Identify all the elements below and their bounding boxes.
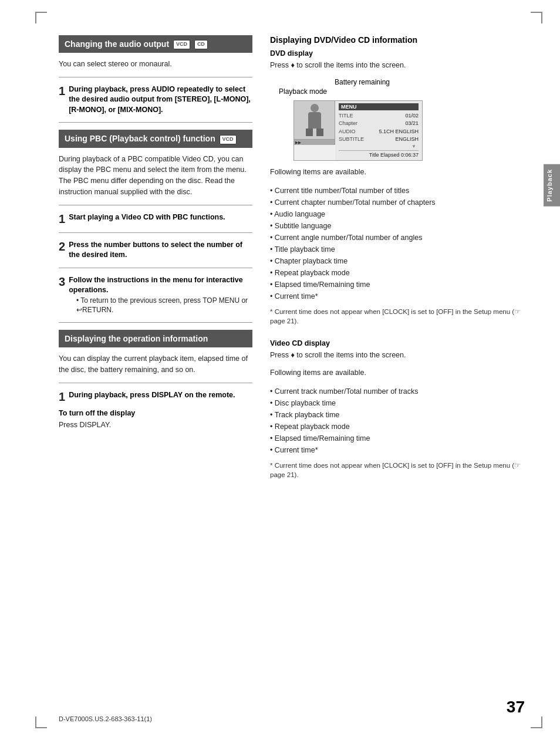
pbc-step3-number: 3 <box>59 275 65 288</box>
audio-step1-number: 1 <box>59 85 65 97</box>
vcd-badge-audio: VCD <box>173 40 190 49</box>
pbc-step3: 3 Follow the instructions in the menu fo… <box>59 275 252 316</box>
dvd-list-item: Current title number/Total number of tit… <box>270 185 531 197</box>
dvd-subtitle-row: SUBTITLE ENGLISH <box>339 136 419 144</box>
audio-step1: 1 During playback, press AUDIO repeatedl… <box>59 85 252 116</box>
dvd-list-item: Elapsed time/Remaining time <box>270 279 531 290</box>
pbc-section-title: Using PBC (Playback control) function <box>65 134 215 143</box>
dvd-list-item: Current time* <box>270 290 531 302</box>
vcd-list-item: Current track number/Total number of tra… <box>270 386 531 397</box>
vcd-list-item: Disc playback time <box>270 397 531 409</box>
dvd-audio-row: AUDIO 5.1CH ENGLISH <box>339 128 419 136</box>
cd-badge-audio: CD <box>194 40 208 49</box>
turnoff-heading: To turn off the display <box>59 409 252 417</box>
dvd-footnote: * Current time does not appear when [CLO… <box>270 307 531 326</box>
vcd-list-item: Elapsed time/Remaining time <box>270 432 531 444</box>
vcd-scroll-text: Press ♦ to scroll the items into the scr… <box>270 350 531 361</box>
dvd-left-panel: ▶▶ <box>294 101 335 160</box>
pbc-intro-text: During playback of a PBC compatible Vide… <box>59 154 252 198</box>
dvd-subtitle-val: ENGLISH <box>395 136 419 144</box>
vcd-following-text: Following items are available. <box>270 367 531 379</box>
dvd-chapter-row: Chapter 03/21 <box>339 120 419 128</box>
dvd-bottom-strip: ▶▶ <box>294 139 335 145</box>
playback-mode-label: Playback mode <box>279 87 531 96</box>
dvd-list-item: Title playback time <box>270 244 531 255</box>
dvd-list-item: Current angle number/Total number of ang… <box>270 232 531 244</box>
divider-3 <box>59 205 252 205</box>
dvd-scroll-text: Press ♦ to scroll the items into the scr… <box>270 60 531 71</box>
display-step1: 1 During playback, press DISPLAY on the … <box>59 390 252 403</box>
pbc-step3-text: Follow the instructions in the menu for … <box>69 275 252 296</box>
dvd-items-list: Current title number/Total number of tit… <box>270 185 531 302</box>
dvd-chapter-val: 03/21 <box>405 120 419 128</box>
person-silhouette <box>303 104 326 136</box>
dvd-display-subheading: DVD display <box>270 49 531 58</box>
display-info-header: Displaying the operation information <box>59 330 252 347</box>
right-column: Displaying DVD/Video CD information DVD … <box>270 35 531 479</box>
corner-bl <box>35 717 47 728</box>
divider-4 <box>59 232 252 233</box>
corner-br <box>531 717 542 728</box>
battery-annotation: Battery remaining <box>276 78 531 87</box>
dvd-following-text: Following items are available. <box>270 167 531 178</box>
leg-left-shape <box>306 129 313 136</box>
dvd-person-image <box>294 101 335 139</box>
pbc-step3-sub-item: To return to the previous screen, press … <box>72 296 252 316</box>
pbc-section-header: Using PBC (Playback control) function VC… <box>59 130 252 147</box>
dvd-audio-val: 5.1CH ENGLISH <box>379 128 419 136</box>
dvd-list-item: Current chapter number/Total number of c… <box>270 197 531 208</box>
dvd-chapter-label: Chapter <box>339 120 357 128</box>
display-info-title: Displaying the operation information <box>65 334 208 343</box>
dvd-elapsed-label: Title Elapsed <box>369 152 400 158</box>
footer-text: D-VE7000S.US.2-683-363-11(1) <box>59 715 152 722</box>
pbc-step2: 2 Press the number buttons to select the… <box>59 240 252 261</box>
divider-7 <box>59 383 252 383</box>
dvd-elapsed-val: 0:06:37 <box>401 152 419 158</box>
dvd-small-logo: ▶▶ <box>294 140 335 145</box>
audio-section-header: Changing the audio output VCD CD <box>59 35 252 53</box>
vcd-items-list: Current track number/Total number of tra… <box>270 386 531 456</box>
dvd-display-box: ▶▶ MENU TITLE 01/02 <box>294 100 423 161</box>
battery-label: Battery remaining <box>335 78 390 86</box>
head-shape <box>311 104 319 112</box>
vcd-list-item: Repeat playback mode <box>270 421 531 432</box>
vcd-display-subheading: Video CD display <box>270 339 531 347</box>
dvd-display-image: Playback mode <box>276 87 531 161</box>
dvd-menu-area: MENU TITLE 01/02 Chapter 03/21 <box>335 101 422 160</box>
display-step1-text: During playback, press DISPLAY on the re… <box>69 390 252 401</box>
pbc-step1-text: Start playing a Video CD with PBC functi… <box>69 212 252 223</box>
vcd-list-item: Current time* <box>270 444 531 456</box>
dvd-display-inner: ▶▶ MENU TITLE 01/02 <box>294 101 422 160</box>
dvd-info-heading: Displaying DVD/Video CD information <box>270 35 531 45</box>
audio-step1-text: During playback, press AUDIO repeatedly … <box>69 85 252 116</box>
dvd-title-label: TITLE <box>339 112 353 120</box>
audio-intro-text: You can select stereo or monaural. <box>59 59 252 70</box>
dvd-list-item: Audio language <box>270 208 531 220</box>
dvd-list-item: Chapter playback time <box>270 255 531 267</box>
dvd-menu-title-bar: MENU <box>339 103 419 110</box>
dvd-list-item: Repeat playback mode <box>270 267 531 279</box>
dvd-elapsed-row: Title Elapsed 0:06:37 <box>339 150 419 158</box>
page-container: Playback Changing the audio output VCD C… <box>0 0 560 740</box>
right-sidebar-label: Playback <box>544 164 560 207</box>
display-info-intro: You can display the current playback ite… <box>59 353 252 376</box>
pbc-step2-text: Press the number buttons to select the n… <box>69 240 252 261</box>
divider-1 <box>59 77 252 77</box>
turnoff-text: Press DISPLAY. <box>59 420 252 431</box>
vcd-footnote: * Current time does not appear when [CLO… <box>270 461 531 479</box>
dvd-info-section: Displaying DVD/Video CD information DVD … <box>270 35 531 479</box>
dvd-title-val: 01/02 <box>405 112 419 120</box>
pbc-step1-number: 1 <box>59 212 65 225</box>
divider-2 <box>59 122 252 123</box>
dvd-title-row: TITLE 01/02 <box>339 112 419 120</box>
divider-6 <box>59 322 252 323</box>
divider-5 <box>59 268 252 268</box>
pbc-step1: 1 Start playing a Video CD with PBC func… <box>59 212 252 225</box>
body-shape <box>308 112 321 129</box>
dvd-list-item: Subtitle language <box>270 220 531 232</box>
pbc-step3-sub: To return to the previous screen, press … <box>72 296 252 316</box>
vcd-badge-pbc: VCD <box>220 135 237 144</box>
corner-tr <box>531 12 542 23</box>
dvd-arrow-indicator: ▼ <box>339 144 419 149</box>
corner-tl <box>35 12 47 23</box>
